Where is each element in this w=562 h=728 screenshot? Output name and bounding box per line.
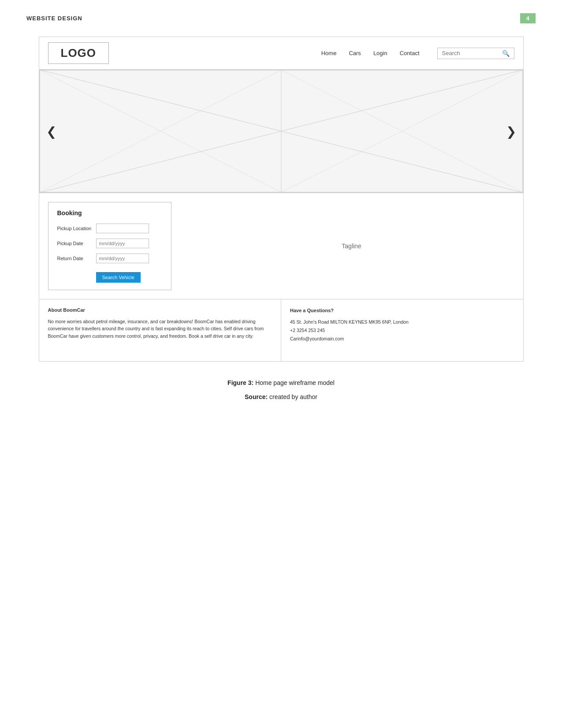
search-input[interactable] bbox=[442, 50, 499, 56]
figure-label: Figure 3: bbox=[227, 379, 253, 386]
footer-email: Carinfo@yourdomain.com bbox=[290, 335, 514, 343]
search-box[interactable]: 🔍 bbox=[437, 48, 514, 59]
page-number: 4 bbox=[520, 13, 536, 23]
footer-contact: Have a Questions? 45 St. John's Road MIL… bbox=[281, 299, 523, 361]
nav-cars[interactable]: Cars bbox=[349, 50, 361, 56]
return-date-label: Return Date bbox=[57, 256, 93, 261]
footer-phone: +2 3254 253 245 bbox=[290, 326, 514, 335]
hero-prev-button[interactable]: ❮ bbox=[46, 124, 56, 138]
wireframe-container: LOGO Home Cars Login Contact 🔍 bbox=[39, 37, 524, 362]
source-line: Source: created by author bbox=[26, 393, 536, 400]
logo: LOGO bbox=[48, 42, 109, 64]
page-header: WEBSITE DESIGN 4 bbox=[26, 13, 536, 23]
source-text: created by author bbox=[269, 393, 317, 400]
return-date-input[interactable] bbox=[96, 254, 149, 263]
footer-contact-title: Have a Questions? bbox=[290, 306, 514, 315]
nav-contact[interactable]: Contact bbox=[400, 50, 420, 56]
source-label: Source: bbox=[245, 393, 268, 400]
pickup-date-row: Pickup Date bbox=[57, 239, 162, 248]
nav-home[interactable]: Home bbox=[321, 50, 337, 56]
nav-links: Home Cars Login Contact bbox=[321, 50, 420, 56]
tagline-area: Tagline bbox=[180, 193, 523, 299]
footer-about: About BoomCar No more worries about petr… bbox=[39, 299, 282, 361]
footer-address: 45 St. John's Road MILTON KEYNES MK95 6N… bbox=[290, 318, 514, 326]
figure-caption-text: Home page wireframe model bbox=[255, 379, 335, 386]
footer-about-title: About BoomCar bbox=[48, 306, 272, 314]
pickup-location-label: Pickup Location bbox=[57, 226, 93, 231]
pickup-location-row: Pickup Location bbox=[57, 224, 162, 233]
pickup-location-input[interactable] bbox=[96, 224, 149, 233]
return-date-row: Return Date bbox=[57, 254, 162, 263]
pickup-date-input[interactable] bbox=[96, 239, 149, 248]
footer-about-text: No more worries about petrol mileage, in… bbox=[48, 318, 272, 340]
figure-caption: Figure 3: Home page wireframe model bbox=[26, 379, 536, 386]
search-icon: 🔍 bbox=[502, 50, 510, 57]
tagline-text: Tagline bbox=[342, 243, 361, 250]
hero-next-button[interactable]: ❯ bbox=[506, 124, 516, 138]
booking-section: Booking Pickup Location Pickup Date Retu… bbox=[39, 193, 523, 299]
footer-section: About BoomCar No more worries about petr… bbox=[39, 299, 523, 361]
navbar: LOGO Home Cars Login Contact 🔍 bbox=[39, 37, 523, 70]
hero-section: ❮ ❯ bbox=[39, 70, 523, 193]
hero-image-placeholder bbox=[39, 70, 523, 193]
nav-login[interactable]: Login bbox=[373, 50, 387, 56]
booking-form: Booking Pickup Location Pickup Date Retu… bbox=[48, 202, 171, 290]
search-vehicle-button[interactable]: Search Vehicle bbox=[96, 272, 141, 283]
booking-title: Booking bbox=[57, 209, 162, 217]
pickup-date-label: Pickup Date bbox=[57, 241, 93, 246]
page-title: WEBSITE DESIGN bbox=[26, 15, 82, 22]
